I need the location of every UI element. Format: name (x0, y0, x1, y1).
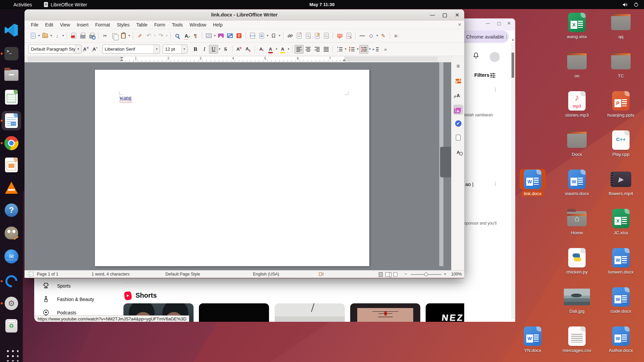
desktop-icon-huanjing.pptx[interactable]: Phuanjing.pptx (601, 90, 641, 118)
open-dropdown-icon[interactable]: ▼ (50, 34, 53, 37)
document-area[interactable]: wang (24, 62, 464, 270)
chrome-minimize-button[interactable]: — (486, 21, 490, 26)
insert-mode-icon[interactable]: I (319, 272, 323, 277)
desktop-icon-Author.docx[interactable]: WAuthor.docx (601, 326, 641, 353)
desktop-icon-TC[interactable]: TC (601, 51, 641, 79)
table-dropdown-icon[interactable]: ▼ (213, 34, 216, 37)
desktop-icon-YN.docx[interactable]: WYN.docx (513, 326, 553, 353)
close-button[interactable]: ✕ (453, 12, 461, 18)
shorts-thumbnail[interactable] (199, 303, 269, 322)
chrome-maximize-button[interactable]: ▢ (497, 21, 501, 26)
book-view-icon[interactable] (393, 272, 397, 277)
dock-item-settings[interactable]: ⚙ (3, 295, 19, 311)
document-hyperlink-text[interactable]: wang (119, 95, 131, 101)
dock-item-vlc[interactable] (3, 180, 19, 196)
outline-list-icon[interactable] (359, 45, 368, 54)
chevron-down-icon[interactable]: ▼ (154, 45, 160, 53)
track-changes-icon[interactable] (344, 32, 353, 40)
word-count[interactable]: 1 word, 4 characters (92, 272, 129, 277)
filter-sliders-icon[interactable] (490, 72, 496, 78)
bold-icon[interactable]: B (191, 45, 200, 54)
power-icon[interactable] (634, 2, 639, 7)
footnote-icon[interactable] (294, 32, 304, 40)
print-icon[interactable] (78, 32, 87, 40)
font-size-select[interactable]: 12 pt ▼ (163, 45, 187, 54)
outline-list-dropdown-icon[interactable]: ▼ (368, 48, 371, 51)
special-character-dropdown-icon[interactable]: ▼ (278, 34, 281, 37)
chrome-close-button[interactable]: ✕ (507, 21, 511, 26)
dock-item-software-updater[interactable] (3, 273, 19, 289)
style-inspector-icon[interactable]: A (453, 147, 463, 157)
dock-item-chrome[interactable] (3, 135, 19, 151)
formatting-marks-icon[interactable]: ¶ (191, 32, 200, 40)
zoom-out-icon[interactable]: − (405, 272, 407, 277)
dock-item-libreoffice-writer[interactable] (3, 113, 19, 129)
notifications-bell-icon[interactable] (472, 52, 480, 59)
highlight-dropdown-icon[interactable]: ▼ (287, 48, 290, 51)
zoom-slider-knob[interactable] (424, 273, 428, 276)
italic-icon[interactable]: I (200, 45, 209, 54)
dock-item-help[interactable]: ? (3, 202, 19, 218)
desktop-icon-code.docx[interactable]: Wcode.docx (601, 287, 641, 314)
print-preview-icon[interactable] (87, 32, 96, 40)
find-replace-icon[interactable] (173, 32, 182, 40)
dock-item-files[interactable] (3, 67, 19, 83)
sidebar-item-sports[interactable]: Sports (42, 282, 70, 290)
desktop-icon-link.docx[interactable]: Wlink.docx (513, 169, 553, 196)
undo-icon[interactable]: ↶ (144, 32, 153, 40)
menu-help[interactable]: Help (210, 21, 226, 28)
desktop-icon-chicken.py[interactable]: chicken.py (557, 247, 597, 275)
underline-icon[interactable]: U (209, 45, 218, 54)
dock-item-libreoffice-impress[interactable] (3, 157, 19, 173)
menu-styles[interactable]: Styles (114, 21, 132, 28)
menu-edit[interactable]: Edit (42, 21, 56, 28)
desktop-icon-stories.mp3[interactable]: ♪mp3stories.mp3 (557, 90, 597, 118)
draw-icon[interactable]: ✎ (379, 32, 388, 40)
chrome-available-notification[interactable]: Chrome available ⋮ (464, 31, 509, 43)
font-name-select[interactable]: Liberation Serif ▼ (102, 45, 160, 54)
desktop-icon-Home[interactable]: Home (557, 208, 597, 236)
dock-item-trash[interactable]: ♻ (3, 318, 19, 334)
zoom-slider[interactable] (411, 274, 441, 275)
desktop-icon-Dali.jpg[interactable]: Dali.jpg (557, 287, 597, 314)
new-icon[interactable] (29, 32, 38, 40)
desktop-icon-Play.cpp[interactable]: C++Play.cpp (601, 130, 641, 157)
bullet-list-icon[interactable] (335, 45, 344, 54)
align-left-icon[interactable] (294, 45, 304, 54)
dock-item-terminal[interactable]: >_ (3, 46, 19, 62)
properties-icon[interactable] (453, 76, 463, 86)
strikethrough-icon[interactable]: S (221, 45, 230, 54)
chrome-scrollbar[interactable]: ▲ (511, 43, 515, 319)
redo-icon[interactable]: ↷ (156, 32, 165, 40)
menu-file[interactable]: File (28, 21, 42, 28)
list-item-menu-icon[interactable]: ⋮ (493, 181, 498, 186)
indent-marker-icon[interactable] (120, 59, 123, 61)
focused-app-indicator[interactable]: LibreOffice Writer (44, 2, 87, 7)
open-icon[interactable] (41, 32, 50, 40)
menu-format[interactable]: Format (92, 21, 113, 28)
document-page[interactable]: wang (95, 70, 369, 266)
clear-formatting-icon[interactable]: Aₓ (257, 45, 266, 54)
numbered-list-dropdown-icon[interactable]: ▼ (356, 48, 359, 51)
paste-icon[interactable] (119, 32, 128, 40)
zoom-in-icon[interactable]: + (444, 272, 446, 277)
field-dropdown-icon[interactable]: ▼ (266, 34, 269, 37)
dock-item-gimp[interactable] (3, 225, 19, 241)
desktop-icon-xiaomi.docx[interactable]: Wxiaomi.docx (557, 169, 597, 196)
menu-view[interactable]: View (57, 21, 73, 28)
undo-dropdown-icon[interactable]: ▼ (153, 34, 156, 37)
styles-icon[interactable]: A (453, 90, 463, 101)
horizontal-ruler[interactable]: 1 2 3 4 5 6 7 (24, 56, 464, 62)
desktop-icon-on[interactable]: on (557, 51, 597, 79)
justify-icon[interactable] (322, 45, 331, 54)
clock[interactable]: May 7 11:30 (309, 2, 334, 7)
sidebar-item-fashion-beauty[interactable]: Fashion & Beauty (42, 296, 94, 303)
insert-field-icon[interactable] (257, 32, 266, 40)
dock-item-thunderbird[interactable]: ✉ (3, 248, 19, 264)
insert-table-icon[interactable] (204, 32, 213, 40)
save-icon[interactable]: ↓ (53, 32, 62, 40)
numbered-list-icon[interactable] (347, 45, 356, 54)
underline-dropdown-icon[interactable]: ▼ (218, 48, 221, 51)
save-dropdown-icon[interactable]: ▼ (62, 34, 65, 37)
horizontal-line-icon[interactable] (358, 32, 367, 40)
